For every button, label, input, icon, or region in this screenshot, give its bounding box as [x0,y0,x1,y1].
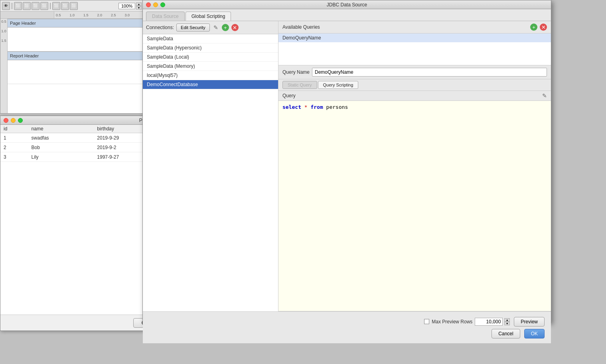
ruler-vertical: 0.51.01.5 [0,19,8,113]
toolbar-btn-7[interactable]: ⬜ [70,2,78,10]
queries-panel: Available Queries + ✕ DemoQueryName Quer… [278,21,551,311]
connection-item[interactable]: local(Mysql57) [143,71,278,80]
report-editor: 👁 ⬜ ⬜ ⬜ ⬜ ⬜ ⬜ ⬜ 100% ▲ ▼ 0.51.01.52.02.5… [0,0,144,114]
jdbc-titlebar: JDBC Data Source [143,0,551,9]
query-edit-icon[interactable]: ✎ [542,92,547,99]
toolbar-btn-3[interactable]: ⬜ [32,2,39,10]
query-section-label: Query [282,93,296,98]
report-content: 0.51.01.5 Page Header Report Header [0,19,143,113]
jdbc-dialog: JDBC Data Source Data Source Global Scri… [142,0,551,323]
add-connection-icon[interactable]: + [222,24,229,31]
query-name-row: Query Name [278,65,551,79]
col-name: name [28,125,94,133]
close-button[interactable] [4,118,8,123]
report-header-label: Report Header [8,51,143,60]
edit-connection-icon[interactable]: ✎ [212,24,219,31]
available-queries-label: Available Queries [282,24,528,30]
connections-panel: Connections: Edit Security ✎ + ✕ SampleD… [143,21,278,311]
query-item-selected[interactable]: DemoQueryName [278,33,551,42]
edit-security-button[interactable]: Edit Security [176,24,210,31]
report-toolbar: 👁 ⬜ ⬜ ⬜ ⬜ ⬜ ⬜ ⬜ 100% ▲ ▼ [0,0,143,12]
max-preview-input[interactable] [475,318,503,326]
sql-line: select * from persons [282,103,547,111]
jdbc-maximize-button[interactable] [160,2,165,7]
page-header-body [8,28,143,51]
toolbar-btn-6[interactable]: ⬜ [61,2,69,10]
jdbc-tab-bar: Data Source Global Scripting [143,9,551,21]
ruler-corner [0,12,54,18]
toolbar-btn-2[interactable]: ⬜ [23,2,31,10]
jdbc-minimize-button[interactable] [153,2,158,7]
connections-list: SampleData SampleData (Hypersonic) Sampl… [143,34,278,311]
page-header-label: Page Header [8,19,143,28]
query-type-tabs: Static Query Query Scripting [278,79,551,91]
tab-static-query[interactable]: Static Query [282,81,317,89]
remove-connection-icon[interactable]: ✕ [231,24,239,31]
sql-from-keyword: from [310,104,323,110]
jdbc-title: JDBC Data Source [327,2,367,8]
eye-icon[interactable]: 👁 [2,2,10,10]
spinner-down[interactable]: ▼ [504,322,510,325]
col-id: id [0,125,28,133]
sql-star: * [304,104,308,110]
remove-query-icon[interactable]: ✕ [540,24,547,31]
connection-item[interactable]: SampleData (Memory) [143,62,278,71]
connections-label: Connections: [146,25,174,30]
sql-table-name: persons [326,104,348,110]
sql-select-keyword: select [282,104,301,110]
cancel-button[interactable]: Cancel [492,329,520,338]
maximize-button[interactable] [18,118,23,123]
jdbc-body: Connections: Edit Security ✎ + ✕ SampleD… [143,21,551,311]
zoom-down[interactable]: ▼ [136,6,142,10]
spinner-up[interactable]: ▲ [504,318,510,322]
max-preview-checkbox[interactable] [424,319,429,324]
connection-item[interactable]: SampleData [143,34,278,43]
ruler-row: 0.51.01.52.02.53.0 [0,12,143,19]
connection-item-selected[interactable]: DemoConnectDatabase [143,80,278,89]
queries-header: Available Queries + ✕ [278,21,551,33]
ruler-horizontal: 0.51.01.52.02.53.0 [54,12,143,18]
tab-query-scripting[interactable]: Query Scripting [318,81,359,89]
toolbar-btn-5[interactable]: ⬜ [52,2,60,10]
zoom-level: 100% [118,3,135,9]
preview-button[interactable]: Preview [514,317,545,327]
tab-global-scripting[interactable]: Global Scripting [186,12,231,21]
window-controls [4,118,23,123]
footer-row2: Cancel OK [143,329,551,341]
query-name-input[interactable] [312,68,547,77]
queries-list: DemoQueryName [278,33,551,65]
connection-item[interactable]: SampleData (Hypersonic) [143,43,278,53]
query-section-header: Query ✎ [278,91,551,101]
toolbar-btn-1[interactable]: ⬜ [14,2,22,10]
report-canvas: Page Header Report Header [8,19,143,113]
max-preview-label: Max Preview Rows [432,319,472,325]
connections-header: Connections: Edit Security ✎ + ✕ [143,21,278,34]
jdbc-close-button[interactable] [146,2,151,7]
zoom-up[interactable]: ▲ [136,2,142,6]
toolbar-btn-4[interactable]: ⬜ [40,2,48,10]
query-name-label: Query Name [282,69,310,75]
footer-row1: Max Preview Rows ▲ ▼ Preview [143,315,551,329]
add-query-icon[interactable]: + [530,24,537,31]
minimize-button[interactable] [11,118,16,123]
jdbc-window-controls [146,2,165,7]
connection-item[interactable]: SampleData (Local) [143,53,278,62]
preview-rows-spinner: ▲ ▼ [504,318,510,325]
ok-button[interactable]: OK [524,329,545,338]
report-header-body [8,60,143,84]
tab-data-source[interactable]: Data Source [146,12,185,21]
jdbc-footer: Max Preview Rows ▲ ▼ Preview Cancel OK [143,311,551,343]
query-editor[interactable]: select * from persons [278,101,551,311]
